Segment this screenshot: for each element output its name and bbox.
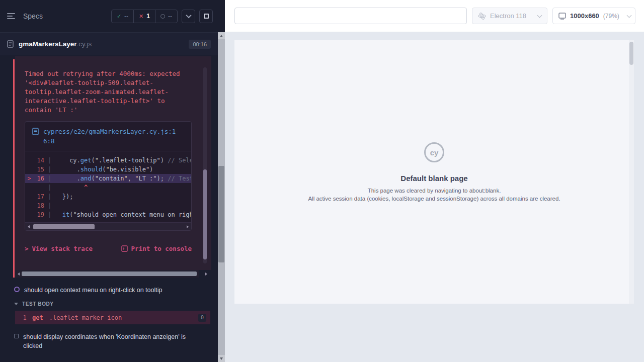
- aut-stage: cy Default blank page This page was clea…: [225, 32, 644, 362]
- spec-file-row[interactable]: gmaMarkersLayer .cy.js 00:16: [0, 32, 218, 55]
- spec-file-icon: [7, 40, 14, 48]
- code-line: 18|: [25, 201, 191, 210]
- hscroll-thumb[interactable]: [33, 224, 95, 229]
- code-line: 14| cy.get(".leaflet-tooltip") // Sele: [25, 156, 191, 165]
- passed-count: --: [124, 13, 128, 20]
- browser-select[interactable]: Electron 118: [472, 8, 547, 24]
- aut-scroll-thumb[interactable]: [629, 42, 633, 65]
- view-stack-trace-link[interactable]: > View stack trace: [25, 245, 93, 252]
- scroll-left-icon[interactable]: [28, 225, 30, 228]
- chevron-down-icon: [14, 303, 18, 305]
- view-stack-trace-label: View stack trace: [32, 245, 93, 252]
- browser-name: Electron 118: [490, 12, 526, 20]
- command-target: .leaflet-marker-icon: [49, 314, 122, 321]
- code-line: 15| .should("be.visible"): [25, 165, 191, 174]
- code-line: 17| });: [25, 192, 191, 201]
- test-stats: ✓ -- ✕ 1 --: [111, 10, 178, 23]
- command-badge: 0: [198, 314, 206, 322]
- blank-page-line1: This page was cleared by navigating to a…: [234, 187, 634, 195]
- pending-icon: [160, 14, 165, 19]
- stat-failed: ✕ 1: [133, 10, 155, 23]
- error-message: Timed out retrying after 4000ms: expecte…: [25, 69, 194, 115]
- print-to-console-label: Print to console: [131, 245, 192, 252]
- pending-test-icon: [14, 334, 19, 338]
- arrow-up-icon: [220, 35, 223, 37]
- x-icon: ✕: [139, 14, 143, 19]
- error-panel: Timed out retrying after 4000ms: expecte…: [15, 56, 211, 278]
- chevron-down-icon: [537, 13, 542, 18]
- code-frame-hscrollbar[interactable]: [25, 222, 191, 230]
- scroll-right-icon[interactable]: [187, 225, 189, 228]
- aut-iframe: cy Default blank page This page was clea…: [234, 40, 634, 304]
- test-item-pending[interactable]: should display coordinates when 'Koordin…: [0, 332, 218, 350]
- scroll-left-icon[interactable]: [18, 273, 20, 276]
- stat-passed: ✓ --: [112, 10, 133, 23]
- code-frame-file-link[interactable]: cypress/e2e/gmaMarkersLayer.cy.js:16:8: [25, 122, 191, 151]
- vscroll-thumb[interactable]: [203, 169, 207, 259]
- test-body-header[interactable]: TEST BODY: [0, 301, 218, 307]
- sidebar-scrollbar-column: [218, 0, 225, 362]
- command-number: 1: [17, 314, 32, 321]
- failed-count: 1: [146, 13, 150, 20]
- code-line: | ^: [25, 183, 191, 192]
- viewport-size: 1000x660: [570, 12, 599, 20]
- sidebar-scroll-thumb[interactable]: [218, 166, 224, 262]
- aut-toolbar: Electron 118 1000x660 (79%): [225, 0, 644, 32]
- blank-page-title: Default blank page: [234, 174, 634, 183]
- fail-indicator-strip: [13, 59, 15, 278]
- viewport-scale: (79%): [603, 13, 619, 20]
- code-lines: 14| cy.get(".leaflet-tooltip") // Sele15…: [25, 151, 191, 222]
- collapse-all-button[interactable]: [182, 10, 195, 23]
- reporter-header: Specs ✓ -- ✕ 1 --: [0, 0, 218, 32]
- aut-scrollbar[interactable]: [629, 40, 634, 304]
- test-title: should open context menu on right-click …: [24, 286, 162, 295]
- viewport-select[interactable]: 1000x660 (79%): [552, 8, 635, 24]
- chevron-right-icon: >: [25, 245, 29, 252]
- error-vscrollbar[interactable]: [203, 67, 207, 263]
- reporter-sidebar: Specs ✓ -- ✕ 1 -- gmaMarkersLayer .cy.js…: [0, 0, 218, 362]
- specs-menu-icon[interactable]: [7, 12, 17, 20]
- electron-icon: [478, 12, 486, 20]
- error-hscrollbar[interactable]: [15, 270, 211, 278]
- stop-icon: [204, 14, 209, 19]
- stat-pending: --: [155, 10, 177, 23]
- file-icon: [32, 128, 39, 135]
- arrow-down-icon: [220, 357, 223, 360]
- failed-attempt: Timed out retrying after 4000ms: expecte…: [15, 56, 211, 278]
- print-console-icon: [121, 245, 128, 252]
- scroll-right-icon[interactable]: [205, 273, 207, 276]
- code-frame-filename: cypress/e2e/gmaMarkersLayer.cy.js:16:8: [43, 127, 177, 146]
- spec-ext: .cy.js: [77, 40, 92, 48]
- test-body-label: TEST BODY: [22, 301, 54, 307]
- cypress-logo: cy: [424, 142, 444, 162]
- code-line: >16| .and("contain", "LT :"); // Test: [25, 174, 191, 183]
- aut-panel: Electron 118 1000x660 (79%) cy Default b…: [225, 0, 644, 362]
- stop-tests-button[interactable]: [199, 10, 213, 23]
- command-method: get: [32, 314, 43, 321]
- print-to-console-link[interactable]: Print to console: [121, 245, 192, 252]
- specs-label: Specs: [23, 12, 43, 20]
- blank-page-line2: All active session data (cookies, localS…: [234, 195, 634, 203]
- hscroll-thumb[interactable]: [22, 272, 197, 276]
- viewport-icon: [558, 13, 566, 20]
- running-test-icon: [14, 287, 20, 292]
- code-line: 19| it("should open context menu on righ: [25, 210, 191, 219]
- pending-count: --: [168, 13, 172, 20]
- blank-page: cy Default blank page This page was clea…: [234, 40, 634, 203]
- scroll-up-button[interactable]: [218, 32, 225, 39]
- test-item-running[interactable]: should open context menu on right-click …: [0, 286, 218, 295]
- chevron-down-icon: [626, 13, 631, 18]
- chevron-down-icon: [186, 13, 191, 18]
- test-title: should display coordinates when 'Koordin…: [23, 332, 200, 350]
- error-actions: > View stack trace Print to console: [25, 245, 192, 252]
- url-input[interactable]: [234, 8, 467, 24]
- check-icon: ✓: [117, 14, 121, 19]
- code-frame: cypress/e2e/gmaMarkersLayer.cy.js:16:8 1…: [25, 121, 192, 231]
- spec-name: gmaMarkersLayer: [19, 40, 77, 48]
- scroll-down-button[interactable]: [218, 355, 225, 362]
- sidebar-scrollbar[interactable]: [218, 32, 225, 362]
- spec-duration: 00:16: [189, 40, 211, 49]
- command-log-row[interactable]: 1 get .leaflet-marker-icon 0: [15, 311, 210, 324]
